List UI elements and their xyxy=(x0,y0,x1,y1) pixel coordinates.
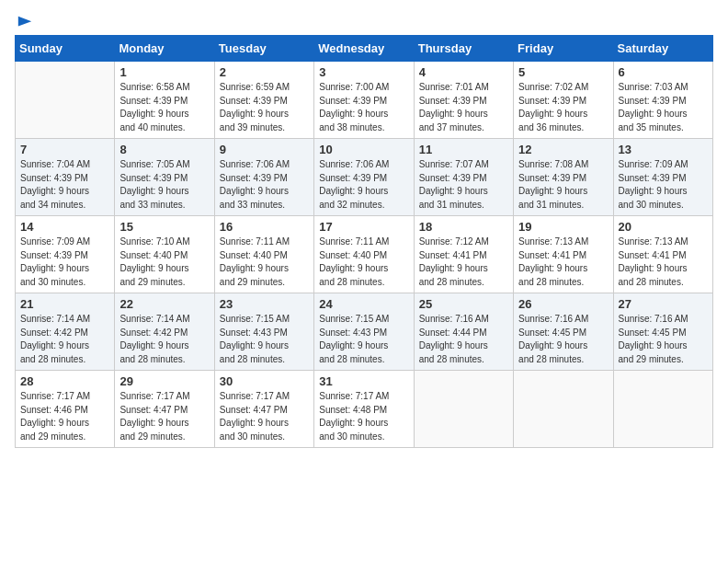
calendar-table: SundayMondayTuesdayWednesdayThursdayFrid… xyxy=(15,35,713,448)
calendar-week-row: 28Sunrise: 7:17 AM Sunset: 4:46 PM Dayli… xyxy=(16,371,713,448)
day-info: Sunrise: 7:16 AM Sunset: 4:45 PM Dayligh… xyxy=(518,313,608,366)
day-number: 19 xyxy=(518,220,608,234)
day-number: 10 xyxy=(319,143,408,156)
day-number: 31 xyxy=(319,374,408,388)
day-number: 26 xyxy=(518,297,608,311)
day-info: Sunrise: 7:13 AM Sunset: 4:41 PM Dayligh… xyxy=(619,236,708,289)
day-info: Sunrise: 7:17 AM Sunset: 4:47 PM Dayligh… xyxy=(119,390,209,443)
calendar-cell xyxy=(613,371,712,448)
day-number: 3 xyxy=(319,65,408,79)
day-number: 11 xyxy=(419,143,508,156)
calendar-cell: 11Sunrise: 7:07 AM Sunset: 4:39 PM Dayli… xyxy=(414,139,513,216)
day-info: Sunrise: 7:03 AM Sunset: 4:39 PM Dayligh… xyxy=(619,81,708,134)
day-info: Sunrise: 7:17 AM Sunset: 4:46 PM Dayligh… xyxy=(20,390,109,443)
calendar-header-friday: Friday xyxy=(514,36,613,62)
day-number: 18 xyxy=(419,220,508,234)
day-number: 17 xyxy=(319,220,408,234)
svg-marker-0 xyxy=(18,17,31,27)
day-number: 21 xyxy=(20,297,109,311)
day-number: 1 xyxy=(119,65,209,79)
calendar-header-thursday: Thursday xyxy=(414,36,513,62)
calendar-cell: 16Sunrise: 7:11 AM Sunset: 4:40 PM Dayli… xyxy=(214,216,313,293)
calendar-header-tuesday: Tuesday xyxy=(214,36,313,62)
calendar-week-row: 21Sunrise: 7:14 AM Sunset: 4:42 PM Dayli… xyxy=(16,293,713,371)
calendar-cell: 18Sunrise: 7:12 AM Sunset: 4:41 PM Dayli… xyxy=(414,216,513,293)
calendar-cell: 27Sunrise: 7:16 AM Sunset: 4:45 PM Dayli… xyxy=(613,293,712,371)
calendar-cell: 30Sunrise: 7:17 AM Sunset: 4:47 PM Dayli… xyxy=(214,371,313,448)
calendar-cell: 23Sunrise: 7:15 AM Sunset: 4:43 PM Dayli… xyxy=(214,293,313,371)
calendar-header-row: SundayMondayTuesdayWednesdayThursdayFrid… xyxy=(16,36,713,62)
day-info: Sunrise: 7:04 AM Sunset: 4:39 PM Dayligh… xyxy=(20,158,109,212)
calendar-header-sunday: Sunday xyxy=(16,36,115,62)
day-info: Sunrise: 6:58 AM Sunset: 4:39 PM Dayligh… xyxy=(119,81,209,134)
day-number: 14 xyxy=(20,220,109,234)
calendar-cell: 21Sunrise: 7:14 AM Sunset: 4:42 PM Dayli… xyxy=(16,293,115,371)
calendar-cell: 12Sunrise: 7:08 AM Sunset: 4:39 PM Dayli… xyxy=(514,139,613,216)
calendar-week-row: 14Sunrise: 7:09 AM Sunset: 4:39 PM Dayli… xyxy=(16,216,713,293)
calendar-cell: 15Sunrise: 7:10 AM Sunset: 4:40 PM Dayli… xyxy=(115,216,214,293)
calendar-header-wednesday: Wednesday xyxy=(314,36,414,62)
day-info: Sunrise: 7:15 AM Sunset: 4:43 PM Dayligh… xyxy=(220,313,309,366)
calendar-cell: 22Sunrise: 7:14 AM Sunset: 4:42 PM Dayli… xyxy=(115,293,214,371)
day-number: 20 xyxy=(619,220,708,234)
day-number: 5 xyxy=(518,65,608,79)
day-info: Sunrise: 7:14 AM Sunset: 4:42 PM Dayligh… xyxy=(20,313,109,366)
calendar-cell: 9Sunrise: 7:06 AM Sunset: 4:39 PM Daylig… xyxy=(214,139,313,216)
calendar-cell: 31Sunrise: 7:17 AM Sunset: 4:48 PM Dayli… xyxy=(314,371,414,448)
day-number: 29 xyxy=(119,374,209,388)
logo-flag-icon xyxy=(17,15,33,31)
day-info: Sunrise: 7:07 AM Sunset: 4:39 PM Dayligh… xyxy=(419,158,508,212)
day-number: 28 xyxy=(20,374,109,388)
day-info: Sunrise: 7:16 AM Sunset: 4:45 PM Dayligh… xyxy=(619,313,708,366)
calendar-cell: 17Sunrise: 7:11 AM Sunset: 4:40 PM Dayli… xyxy=(314,216,414,293)
calendar-cell: 5Sunrise: 7:02 AM Sunset: 4:39 PM Daylig… xyxy=(514,62,613,139)
calendar-cell: 19Sunrise: 7:13 AM Sunset: 4:41 PM Dayli… xyxy=(514,216,613,293)
calendar-cell: 13Sunrise: 7:09 AM Sunset: 4:39 PM Dayli… xyxy=(613,139,712,216)
day-number: 9 xyxy=(220,143,309,156)
calendar-cell: 7Sunrise: 7:04 AM Sunset: 4:39 PM Daylig… xyxy=(16,139,115,216)
day-info: Sunrise: 7:09 AM Sunset: 4:39 PM Dayligh… xyxy=(619,158,708,212)
day-info: Sunrise: 7:05 AM Sunset: 4:39 PM Dayligh… xyxy=(119,158,209,212)
day-number: 27 xyxy=(619,297,708,311)
calendar-cell xyxy=(16,62,115,139)
calendar-cell xyxy=(514,371,613,448)
day-info: Sunrise: 7:17 AM Sunset: 4:47 PM Dayligh… xyxy=(220,390,309,443)
calendar-header-monday: Monday xyxy=(115,36,214,62)
day-info: Sunrise: 7:13 AM Sunset: 4:41 PM Dayligh… xyxy=(518,236,608,289)
day-info: Sunrise: 7:01 AM Sunset: 4:39 PM Dayligh… xyxy=(419,81,508,134)
calendar-cell: 24Sunrise: 7:15 AM Sunset: 4:43 PM Dayli… xyxy=(314,293,414,371)
day-info: Sunrise: 7:11 AM Sunset: 4:40 PM Dayligh… xyxy=(319,236,408,289)
day-number: 22 xyxy=(119,297,209,311)
calendar-cell xyxy=(414,371,513,448)
calendar-cell: 6Sunrise: 7:03 AM Sunset: 4:39 PM Daylig… xyxy=(613,62,712,139)
day-number: 13 xyxy=(619,143,708,156)
calendar-cell: 2Sunrise: 6:59 AM Sunset: 4:39 PM Daylig… xyxy=(214,62,313,139)
day-info: Sunrise: 7:17 AM Sunset: 4:48 PM Dayligh… xyxy=(319,390,408,443)
calendar-cell: 4Sunrise: 7:01 AM Sunset: 4:39 PM Daylig… xyxy=(414,62,513,139)
day-number: 6 xyxy=(619,65,708,79)
calendar-header-saturday: Saturday xyxy=(613,36,712,62)
day-info: Sunrise: 7:16 AM Sunset: 4:44 PM Dayligh… xyxy=(419,313,508,366)
day-info: Sunrise: 7:06 AM Sunset: 4:39 PM Dayligh… xyxy=(220,158,309,212)
logo xyxy=(15,15,33,28)
calendar-week-row: 7Sunrise: 7:04 AM Sunset: 4:39 PM Daylig… xyxy=(16,139,713,216)
day-info: Sunrise: 7:10 AM Sunset: 4:40 PM Dayligh… xyxy=(119,236,209,289)
day-number: 16 xyxy=(220,220,309,234)
day-info: Sunrise: 7:09 AM Sunset: 4:39 PM Dayligh… xyxy=(20,236,109,289)
day-number: 30 xyxy=(220,374,309,388)
day-number: 15 xyxy=(119,220,209,234)
day-info: Sunrise: 7:00 AM Sunset: 4:39 PM Dayligh… xyxy=(319,81,408,134)
calendar-cell: 3Sunrise: 7:00 AM Sunset: 4:39 PM Daylig… xyxy=(314,62,414,139)
day-info: Sunrise: 7:08 AM Sunset: 4:39 PM Dayligh… xyxy=(518,158,608,212)
calendar-cell: 10Sunrise: 7:06 AM Sunset: 4:39 PM Dayli… xyxy=(314,139,414,216)
calendar-cell: 8Sunrise: 7:05 AM Sunset: 4:39 PM Daylig… xyxy=(115,139,214,216)
day-number: 25 xyxy=(419,297,508,311)
day-number: 8 xyxy=(119,143,209,156)
day-info: Sunrise: 7:14 AM Sunset: 4:42 PM Dayligh… xyxy=(119,313,209,366)
day-number: 7 xyxy=(20,143,109,156)
calendar-cell: 29Sunrise: 7:17 AM Sunset: 4:47 PM Dayli… xyxy=(115,371,214,448)
day-number: 2 xyxy=(220,65,309,79)
calendar-cell: 28Sunrise: 7:17 AM Sunset: 4:46 PM Dayli… xyxy=(16,371,115,448)
calendar-cell: 14Sunrise: 7:09 AM Sunset: 4:39 PM Dayli… xyxy=(16,216,115,293)
day-number: 12 xyxy=(518,143,608,156)
